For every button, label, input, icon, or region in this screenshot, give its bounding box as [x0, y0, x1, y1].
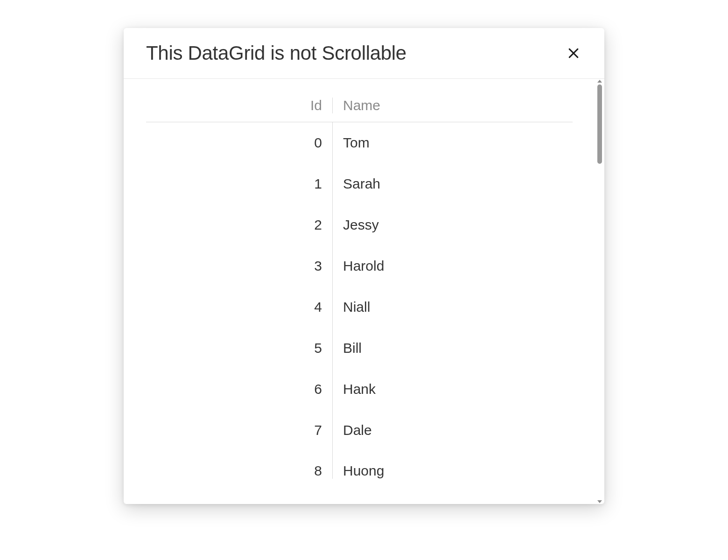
content-area: Id Name 0Tom1Sarah2Jessy3Harold4Niall5Bi…: [124, 79, 595, 504]
scroll-down-icon[interactable]: [597, 500, 602, 503]
cell-id: 0: [146, 122, 333, 163]
cell-name: Dale: [333, 422, 573, 438]
cell-id: 1: [146, 163, 333, 204]
cell-id: 4: [146, 287, 333, 328]
cell-id: 2: [146, 204, 333, 245]
cell-id: 6: [146, 369, 333, 410]
cell-name: Jessy: [333, 217, 573, 233]
cell-name: Tom: [333, 135, 573, 151]
cell-name: Niall: [333, 299, 573, 315]
table-row[interactable]: 3Harold: [146, 245, 573, 287]
table-row[interactable]: 4Niall: [146, 287, 573, 328]
dialog-header: This DataGrid is not Scrollable: [124, 28, 604, 79]
cell-id: 7: [146, 410, 333, 451]
cell-id: 8: [146, 451, 333, 479]
cell-id: 3: [146, 245, 333, 287]
scroll-thumb[interactable]: [597, 84, 602, 164]
grid-header-row: Id Name: [146, 98, 573, 122]
table-row[interactable]: 6Hank: [146, 369, 573, 410]
cell-name: Harold: [333, 258, 573, 274]
cell-name: Sarah: [333, 176, 573, 192]
cell-name: Hank: [333, 381, 573, 397]
scrollbar[interactable]: [595, 79, 604, 504]
dialog-title: This DataGrid is not Scrollable: [146, 42, 406, 64]
table-row[interactable]: 1Sarah: [146, 163, 573, 204]
close-button[interactable]: [564, 43, 583, 63]
column-header-id[interactable]: Id: [146, 98, 333, 113]
data-grid: Id Name 0Tom1Sarah2Jessy3Harold4Niall5Bi…: [146, 98, 573, 479]
grid-body: 0Tom1Sarah2Jessy3Harold4Niall5Bill6Hank7…: [146, 122, 573, 479]
cell-name: Huong: [333, 463, 573, 479]
column-header-name[interactable]: Name: [333, 98, 573, 113]
cell-id: 5: [146, 328, 333, 369]
cell-name: Bill: [333, 340, 573, 356]
table-row[interactable]: 5Bill: [146, 328, 573, 369]
table-row[interactable]: 0Tom: [146, 122, 573, 163]
table-row[interactable]: 7Dale: [146, 410, 573, 451]
close-icon: [567, 46, 581, 60]
dialog: This DataGrid is not Scrollable Id Name …: [124, 28, 604, 504]
table-row[interactable]: 2Jessy: [146, 204, 573, 245]
table-row[interactable]: 8Huong: [146, 451, 573, 479]
scroll-up-icon[interactable]: [597, 80, 602, 83]
dialog-body: Id Name 0Tom1Sarah2Jessy3Harold4Niall5Bi…: [124, 79, 604, 504]
